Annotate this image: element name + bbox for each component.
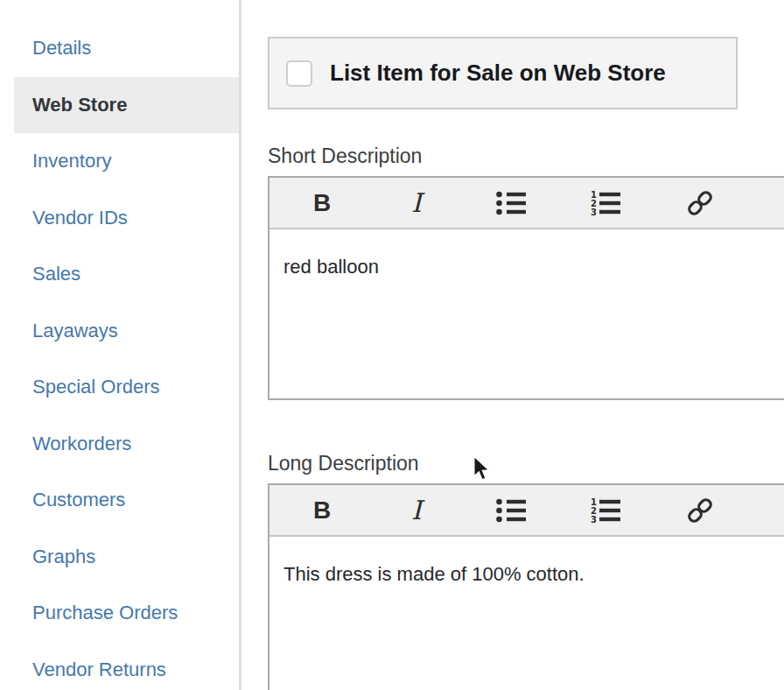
bullet-list-icon (495, 496, 527, 525)
numbered-list-button[interactable]: 1 2 3 (562, 178, 649, 228)
sidebar-item-vendor-ids[interactable]: Vendor IDs (14, 190, 239, 247)
svg-text:3: 3 (591, 207, 597, 216)
app-window: Details Web Store Inventory Vendor IDs S… (0, 0, 784, 690)
link-icon (684, 189, 716, 217)
short-description-label: Short Description (268, 143, 784, 169)
bullet-list-button[interactable] (467, 178, 555, 228)
web-store-tab-content: List Item for Sale on Web Store Short De… (242, 0, 784, 690)
long-description-input[interactable]: This dress is made of 100% cotton. (270, 537, 784, 690)
list-item-checkbox-label: List Item for Sale on Web Store (330, 60, 666, 87)
italic-button[interactable]: I (373, 485, 460, 535)
sidebar-item-vendor-returns[interactable]: Vendor Returns (14, 642, 239, 690)
sidebar-item-details[interactable]: Details (14, 20, 239, 77)
sidebar-item-web-store[interactable]: Web Store (14, 77, 239, 134)
long-description-editor: B I (268, 483, 784, 690)
svg-text:3: 3 (591, 514, 597, 524)
bullet-list-button[interactable] (467, 485, 555, 535)
short-description-toolbar: B I (270, 178, 784, 229)
sidebar: Details Web Store Inventory Vendor IDs S… (0, 0, 242, 690)
insert-link-button[interactable] (656, 178, 744, 228)
bold-button[interactable]: B (278, 178, 366, 228)
sidebar-item-sales[interactable]: Sales (14, 246, 239, 303)
long-description-label: Long Description (268, 450, 784, 476)
insert-link-button[interactable] (656, 485, 744, 535)
list-item-checkbox[interactable] (286, 60, 312, 87)
short-description-input[interactable]: red balloon (270, 229, 784, 398)
sidebar-item-customers[interactable]: Customers (14, 472, 239, 529)
sidebar-item-graphs[interactable]: Graphs (14, 529, 239, 586)
numbered-list-button[interactable]: 1 2 3 (562, 485, 649, 535)
numbered-list-icon: 1 2 3 (590, 496, 621, 525)
short-description-editor: B I (268, 176, 784, 400)
sidebar-item-special-orders[interactable]: Special Orders (14, 359, 239, 416)
link-icon (684, 496, 716, 525)
bold-button[interactable]: B (278, 485, 366, 535)
long-description-toolbar: B I (270, 485, 784, 537)
sidebar-item-purchase-orders[interactable]: Purchase Orders (14, 585, 239, 642)
sidebar-item-inventory[interactable]: Inventory (14, 133, 239, 190)
sidebar-item-workorders[interactable]: Workorders (14, 416, 239, 473)
bullet-list-icon (495, 189, 527, 217)
numbered-list-icon: 1 2 3 (590, 189, 621, 217)
sidebar-item-layaways[interactable]: Layaways (14, 303, 239, 360)
italic-button[interactable]: I (373, 178, 460, 228)
list-item-for-sale-panel: List Item for Sale on Web Store (268, 37, 738, 109)
